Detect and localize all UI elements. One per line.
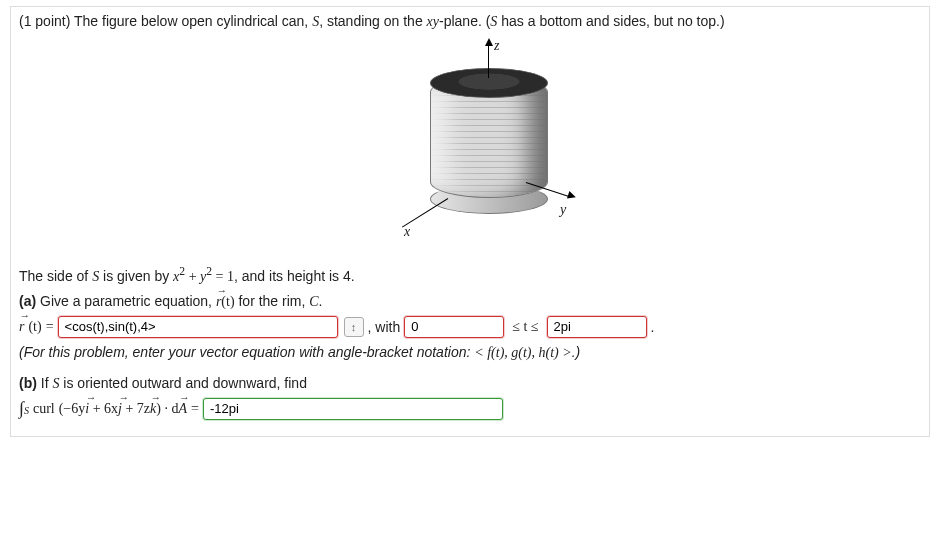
t-lower-input[interactable]: [404, 316, 504, 338]
figure: z x y: [19, 38, 921, 251]
j-hat: j: [118, 401, 122, 417]
part-b-text2: is oriented outward and downward, find: [59, 375, 306, 391]
preview-icon[interactable]: ↕: [344, 317, 364, 337]
cylinder-figure: z x y: [360, 38, 580, 248]
z-axis: [488, 42, 489, 78]
cap-b: is given by: [99, 268, 173, 284]
sym-of-t: (t): [221, 294, 234, 309]
sym-xy: xy: [427, 14, 439, 29]
dA: A: [178, 401, 187, 417]
hint-gt: >: [562, 345, 571, 360]
part-a: (a) Give a parametric equation, r(t) for…: [19, 293, 921, 361]
hint-a: (For this problem, enter your vector equ…: [19, 344, 474, 360]
sym-r: r: [216, 294, 221, 310]
cap-c: , and its height is 4.: [234, 268, 355, 284]
sym-of-t2: (t): [28, 319, 41, 335]
part-b-label: (b): [19, 375, 37, 391]
y-label: y: [560, 202, 566, 218]
vf: (−6yi + 6xj + 7zk) · dA: [59, 401, 187, 417]
vf-d: ) · d: [156, 401, 178, 416]
x-label: x: [404, 224, 410, 240]
hint-b: .): [572, 344, 581, 360]
sym-C: C: [309, 294, 318, 309]
r-eq: =: [46, 319, 54, 335]
hint-fgh: f(t), g(t), h(t): [484, 345, 563, 360]
part-b-text: If: [37, 375, 53, 391]
part-a-label: (a): [19, 293, 36, 309]
z-label: z: [494, 38, 499, 54]
part-a-text: Give a parametric equation,: [36, 293, 216, 309]
problem-header: (1 point) The figure below open cylindri…: [19, 13, 921, 30]
can-top: [430, 68, 548, 98]
vf-a: (−6y: [59, 401, 86, 416]
i-hat: i: [85, 401, 89, 417]
problem-block: (1 point) The figure below open cylindri…: [10, 6, 930, 437]
intro-text-3: -plane. (: [439, 13, 490, 29]
sym-r2: r: [19, 319, 24, 335]
t-upper-input[interactable]: [547, 316, 647, 338]
cap-eq: = 1: [212, 269, 234, 284]
caption: The side of S is given by x2 + y2 = 1, a…: [19, 265, 921, 285]
with-label: , with: [368, 319, 401, 335]
z-arrow-icon: [485, 38, 493, 46]
hint-lt: <: [474, 345, 483, 360]
intro-text-2: , standing on the: [319, 13, 426, 29]
points-label: (1 point): [19, 13, 70, 29]
period: .: [651, 319, 655, 335]
cap-plus: +: [185, 269, 200, 284]
eq: =: [191, 401, 199, 417]
k-hat: k: [150, 401, 156, 417]
part-b: (b) If S is oriented outward and downwar…: [19, 375, 921, 420]
r-of-t-input[interactable]: [58, 316, 338, 338]
integral: ∫S: [19, 398, 29, 419]
part-a-text2: for the rim,: [235, 293, 310, 309]
curl: curl: [33, 401, 55, 417]
vf-b: + 6x: [89, 401, 118, 416]
flux-answer-input[interactable]: [203, 398, 503, 420]
part-a-hint: (For this problem, enter your vector equ…: [19, 344, 921, 361]
intro-text: The figure below open cylindrical can,: [74, 13, 312, 29]
vf-c: + 7z: [122, 401, 150, 416]
intro-text-4: has a bottom and sides, but no top.): [497, 13, 724, 29]
y-arrow-icon: [567, 191, 577, 201]
le-t-le: ≤ t ≤: [508, 319, 542, 335]
cap-a: The side of: [19, 268, 92, 284]
